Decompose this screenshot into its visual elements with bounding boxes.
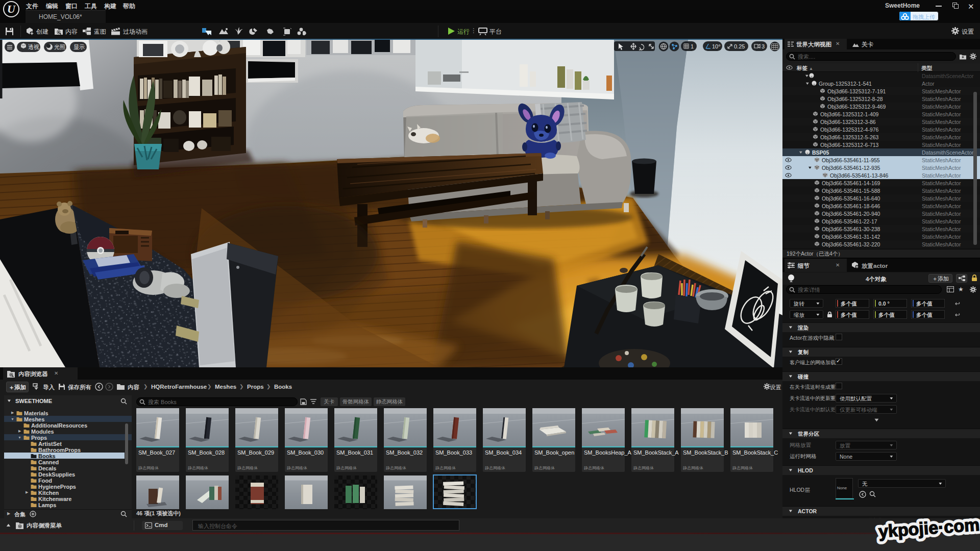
svg-text:3: 3 <box>762 43 765 49</box>
svg-text:ykpojie·com: ykpojie·com <box>878 515 980 541</box>
svg-text:0.25: 0.25 <box>734 43 745 49</box>
svg-text:10°: 10° <box>712 43 721 49</box>
svg-text:光照: 光照 <box>54 44 65 50</box>
svg-text:显示: 显示 <box>74 44 85 50</box>
svg-text:透视: 透视 <box>28 44 39 50</box>
svg-text:1: 1 <box>691 43 694 49</box>
